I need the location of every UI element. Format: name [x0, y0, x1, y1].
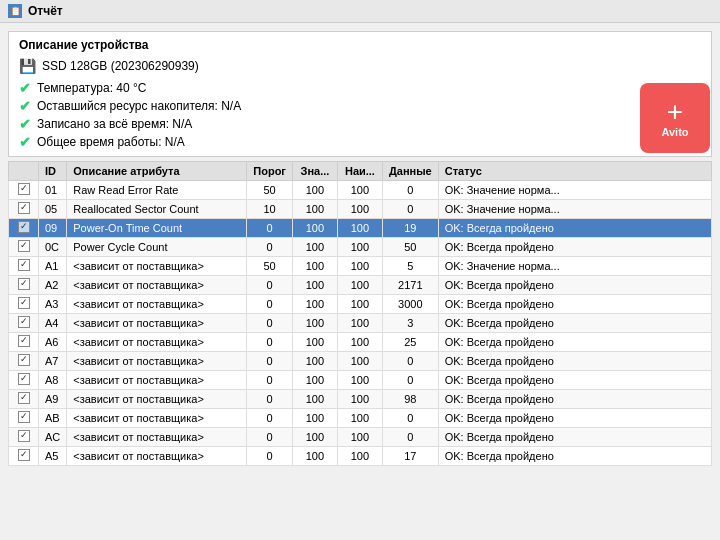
table-row[interactable]: A4<зависит от поставщика>01001003OK: Все… — [9, 314, 712, 333]
table-row[interactable]: 0CPower Cycle Count010010050OK: Всегда п… — [9, 238, 712, 257]
row-id: A6 — [39, 333, 67, 352]
row-checkbox[interactable] — [9, 447, 39, 466]
row-id: A4 — [39, 314, 67, 333]
row-status: OK: Всегда пройдено — [438, 428, 711, 447]
col-status: Статус — [438, 162, 711, 181]
row-desc: Raw Read Error Rate — [67, 181, 247, 200]
row-data: 19 — [382, 219, 438, 238]
table-row[interactable]: 09Power-On Time Count010010019OK: Всегда… — [9, 219, 712, 238]
window-title: Отчёт — [28, 4, 63, 18]
row-checkbox[interactable] — [9, 371, 39, 390]
row-threshold: 0 — [247, 371, 293, 390]
row-worst: 100 — [337, 276, 382, 295]
check-icon-written: ✔ — [19, 116, 31, 132]
table-row[interactable]: A8<зависит от поставщика>01001000OK: Все… — [9, 371, 712, 390]
row-threshold: 50 — [247, 181, 293, 200]
row-id: 05 — [39, 200, 67, 219]
row-checkbox[interactable] — [9, 238, 39, 257]
row-threshold: 0 — [247, 314, 293, 333]
row-worst: 100 — [337, 447, 382, 466]
row-checkbox[interactable] — [9, 409, 39, 428]
row-data: 3 — [382, 314, 438, 333]
row-status: OK: Всегда пройдено — [438, 447, 711, 466]
row-data: 0 — [382, 371, 438, 390]
table-row[interactable]: 01Raw Read Error Rate501001000OK: Значен… — [9, 181, 712, 200]
row-id: A1 — [39, 257, 67, 276]
row-val: 100 — [292, 219, 337, 238]
row-data: 0 — [382, 428, 438, 447]
row-data: 17 — [382, 447, 438, 466]
row-id: A9 — [39, 390, 67, 409]
row-id: 09 — [39, 219, 67, 238]
row-checkbox[interactable] — [9, 295, 39, 314]
row-checkbox[interactable] — [9, 200, 39, 219]
row-data: 5 — [382, 257, 438, 276]
row-id: 01 — [39, 181, 67, 200]
row-desc: Power Cycle Count — [67, 238, 247, 257]
table-row[interactable]: A6<зависит от поставщика>010010025OK: Вс… — [9, 333, 712, 352]
col-id: ID — [39, 162, 67, 181]
row-data: 50 — [382, 238, 438, 257]
table-row[interactable]: A5<зависит от поставщика>010010017OK: Вс… — [9, 447, 712, 466]
table-row[interactable]: A1<зависит от поставщика>501001005OK: Зн… — [9, 257, 712, 276]
row-worst: 100 — [337, 352, 382, 371]
row-checkbox[interactable] — [9, 428, 39, 447]
row-threshold: 0 — [247, 276, 293, 295]
row-checkbox[interactable] — [9, 219, 39, 238]
status-written: Записано за всё время: N/A — [37, 117, 192, 131]
row-threshold: 50 — [247, 257, 293, 276]
row-checkbox[interactable] — [9, 314, 39, 333]
table-row[interactable]: A9<зависит от поставщика>010010098OK: Вс… — [9, 390, 712, 409]
row-worst: 100 — [337, 428, 382, 447]
row-val: 100 — [292, 409, 337, 428]
col-worst: Наи... — [337, 162, 382, 181]
row-id: AB — [39, 409, 67, 428]
table-row[interactable]: A7<зависит от поставщика>01001000OK: Все… — [9, 352, 712, 371]
status-item-runtime: ✔ Общее время работы: N/A — [19, 134, 701, 150]
section-title: Описание устройства — [19, 38, 701, 52]
row-checkbox[interactable] — [9, 257, 39, 276]
row-worst: 100 — [337, 371, 382, 390]
row-threshold: 0 — [247, 390, 293, 409]
attributes-table: ID Описание атрибута Порог Зна... Наи...… — [8, 161, 712, 466]
table-row[interactable]: A2<зависит от поставщика>01001002171OK: … — [9, 276, 712, 295]
status-item-temp: ✔ Температура: 40 °C — [19, 80, 701, 96]
row-status: OK: Всегда пройдено — [438, 238, 711, 257]
table-row[interactable]: AC<зависит от поставщика>01001000OK: Все… — [9, 428, 712, 447]
row-data: 25 — [382, 333, 438, 352]
row-desc: <зависит от поставщика> — [67, 409, 247, 428]
drive-icon: 💾 — [19, 58, 36, 74]
device-name: SSD 128GB (202306290939) — [42, 59, 199, 73]
row-worst: 100 — [337, 181, 382, 200]
row-checkbox[interactable] — [9, 181, 39, 200]
status-item-resource: ✔ Оставшийся ресурс накопителя: N/A — [19, 98, 701, 114]
row-status: OK: Всегда пройдено — [438, 333, 711, 352]
title-bar: 📋 Отчёт — [0, 0, 720, 23]
row-desc: <зависит от поставщика> — [67, 295, 247, 314]
row-checkbox[interactable] — [9, 390, 39, 409]
row-status: OK: Значение норма... — [438, 181, 711, 200]
row-checkbox[interactable] — [9, 276, 39, 295]
row-val: 100 — [292, 390, 337, 409]
row-val: 100 — [292, 333, 337, 352]
row-data: 0 — [382, 181, 438, 200]
row-status: OK: Всегда пройдено — [438, 219, 711, 238]
row-worst: 100 — [337, 390, 382, 409]
row-status: OK: Всегда пройдено — [438, 371, 711, 390]
table-row[interactable]: A3<зависит от поставщика>01001003000OK: … — [9, 295, 712, 314]
row-checkbox[interactable] — [9, 333, 39, 352]
status-item-written: ✔ Записано за всё время: N/A — [19, 116, 701, 132]
table-row[interactable]: 05Reallocated Sector Count101001000OK: З… — [9, 200, 712, 219]
col-threshold: Порог — [247, 162, 293, 181]
avito-plus-icon: + — [667, 98, 683, 126]
col-checkbox — [9, 162, 39, 181]
row-id: A3 — [39, 295, 67, 314]
row-status: OK: Значение норма... — [438, 200, 711, 219]
window-icon: 📋 — [8, 4, 22, 18]
avito-badge: + Avito — [640, 83, 710, 153]
table-row[interactable]: AB<зависит от поставщика>01001000OK: Все… — [9, 409, 712, 428]
row-id: A5 — [39, 447, 67, 466]
row-threshold: 0 — [247, 333, 293, 352]
row-checkbox[interactable] — [9, 352, 39, 371]
col-data: Данные — [382, 162, 438, 181]
